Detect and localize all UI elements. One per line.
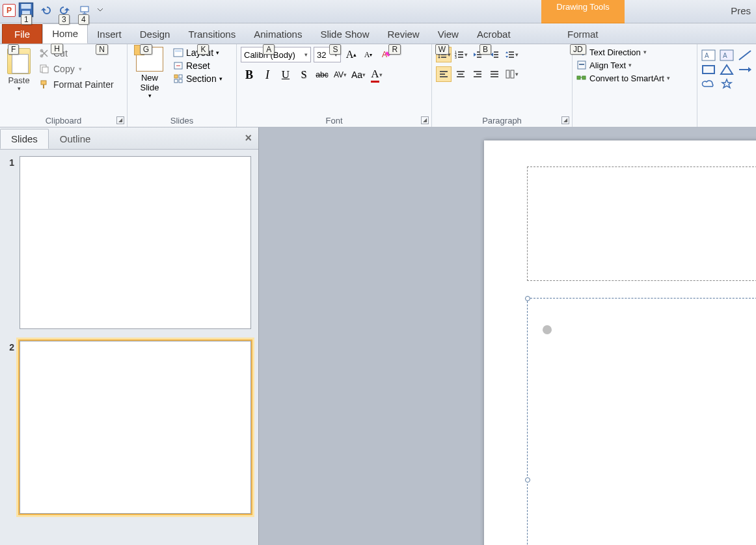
align-center-button[interactable] [453,66,468,82]
grow-font-button[interactable]: A▴ [344,47,359,62]
copy-icon [39,64,49,74]
align-left-button[interactable] [436,66,452,82]
svg-rect-55 [579,64,584,65]
shadow-button[interactable]: S [295,66,312,83]
svg-rect-44 [457,76,465,77]
panel-close-button[interactable]: × [245,131,252,145]
italic-button[interactable]: I [259,66,276,83]
justify-button[interactable] [487,66,502,82]
new-slide-button[interactable]: New Slide ▾ [131,47,168,99]
justify-icon [489,69,500,79]
numbering-button[interactable]: 123▾ [453,47,468,62]
group-font: Calibri (Body)▾ 32▾ A▴ A▾ A B I U S abc … [237,44,432,127]
section-button[interactable]: Section ▾ [172,73,224,85]
strikethrough-button[interactable]: abc [314,66,331,83]
content-placeholder[interactable] [527,298,756,545]
paintbrush-icon [39,79,49,90]
keytip: 1 [21,14,32,25]
dialog-launcher-icon[interactable]: ◢ [116,116,124,124]
svg-rect-46 [476,73,481,75]
change-case-button[interactable]: Aa▾ [350,66,367,83]
svg-rect-36 [509,51,514,53]
thumbnail-item[interactable]: 2 [4,341,254,514]
panel-tab-outline[interactable]: Outline [49,129,102,149]
reset-button[interactable]: Reset [172,60,224,72]
shrink-font-button[interactable]: A▾ [360,47,376,62]
svg-rect-38 [509,57,514,58]
svg-rect-11 [175,50,182,52]
chevron-down-icon [97,7,103,13]
svg-text:3: 3 [455,55,457,59]
line-spacing-button[interactable]: ▾ [504,47,519,62]
line-spacing-icon [505,49,515,60]
tab-review[interactable]: Review R [378,25,428,44]
arrow-shape-icon[interactable] [738,64,752,75]
qat-customize-button[interactable] [96,3,104,17]
align-right-button[interactable] [470,66,485,82]
tab-insert[interactable]: Insert N [88,25,131,44]
svg-rect-37 [509,54,514,55]
svg-rect-57 [582,76,586,79]
tab-view[interactable]: View W [429,25,468,44]
tab-design[interactable]: Design G [131,25,180,44]
tab-animations[interactable]: Animations A [245,25,311,44]
svg-rect-35 [494,57,498,58]
tab-format[interactable]: Format JD [558,25,608,44]
qat-extra-button[interactable]: 4 [77,3,92,17]
text-direction-button[interactable]: A Text Direction ▾ [576,47,693,57]
underline-button[interactable]: U [277,66,294,83]
layout-icon [173,47,183,58]
slide-canvas-area[interactable] [259,127,756,545]
svg-rect-39 [440,71,448,72]
dialog-launcher-icon[interactable]: ◢ [561,116,569,124]
format-painter-button[interactable]: Format Painter [36,78,116,91]
scissors-icon [39,48,49,59]
svg-rect-49 [491,73,498,75]
character-spacing-button[interactable]: AV▾ [332,66,349,83]
tab-home[interactable]: Home H [42,23,88,44]
tab-slideshow[interactable]: Slide Show S [311,25,378,44]
keytip: JD [570,44,586,55]
svg-rect-3 [81,7,88,12]
keytip: G [140,44,152,55]
ribbon-tabs: File F Home H Insert N Design G Transiti… [0,23,756,44]
reset-icon [173,60,183,71]
svg-rect-51 [506,70,509,78]
svg-rect-27 [458,54,463,55]
thumbnail-preview [20,156,251,329]
convert-smartart-button[interactable]: Convert to SmartArt ▾ [576,73,693,83]
qat-undo-button[interactable] [38,3,53,17]
svg-rect-52 [511,70,514,78]
triangle-shape-icon[interactable] [720,64,734,75]
thumbnail-item[interactable]: 1 [4,156,254,329]
align-center-icon [455,69,466,79]
panel-tab-slides[interactable]: Slides [0,129,49,149]
textbox-shape-icon[interactable]: A [701,49,716,61]
dialog-launcher-icon[interactable]: ◢ [421,116,429,124]
group-slides: New Slide ▾ Layout ▾ Reset Section ▾ Sli… [128,44,237,127]
tab-acrobat[interactable]: Acrobat B [468,25,520,44]
rectangle-shape-icon[interactable] [701,64,716,75]
svg-rect-63 [703,66,714,73]
line-shape-icon[interactable] [738,49,752,61]
columns-button[interactable]: ▾ [504,66,519,82]
svg-rect-1 [21,4,31,9]
qat-redo-button[interactable]: 3 [57,3,73,17]
title-placeholder[interactable] [527,166,756,281]
svg-rect-34 [494,54,498,55]
font-name-combo[interactable]: Calibri (Body)▾ [241,47,311,62]
tab-transitions[interactable]: Transitions K [179,25,245,44]
textbox-shape-icon[interactable]: A [720,49,734,61]
font-color-button[interactable]: A▾ [368,66,385,83]
tab-file[interactable]: File F [2,24,42,44]
keytip: 3 [59,14,70,25]
qat-save-button[interactable]: 1 [18,3,34,17]
cloud-shape-icon[interactable] [701,78,716,90]
bullet-marker [543,325,552,334]
svg-rect-40 [440,73,445,75]
svg-rect-47 [474,76,481,77]
star-shape-icon[interactable] [720,78,734,90]
align-text-button[interactable]: Align Text ▾ [576,60,693,70]
thumbnail-preview [20,341,251,514]
bold-button[interactable]: B [241,66,258,83]
